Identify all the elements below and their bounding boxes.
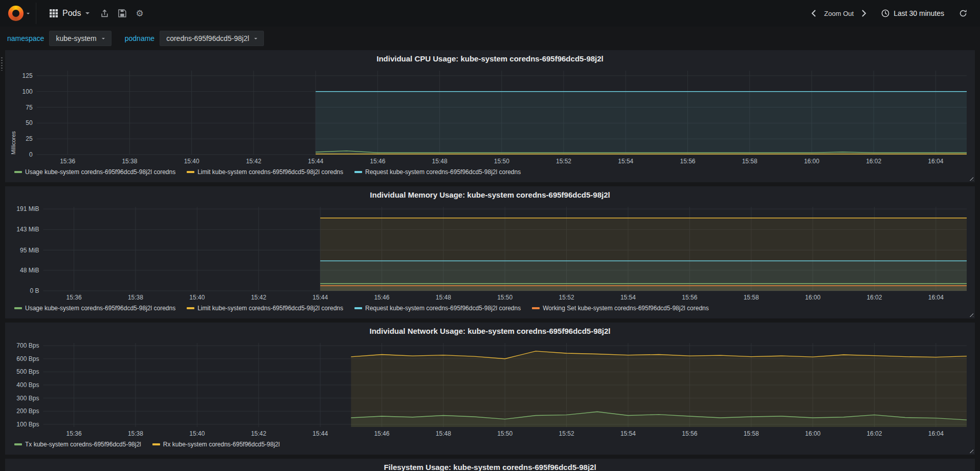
svg-text:15:44: 15:44: [313, 294, 328, 301]
panel-title[interactable]: Filesystem Usage: kube-system coredns-69…: [5, 459, 975, 471]
save-icon: [118, 9, 126, 17]
panel-title[interactable]: Individual Memory Usage: kube-system cor…: [5, 186, 975, 203]
svg-text:15:44: 15:44: [313, 430, 328, 437]
svg-text:15:52: 15:52: [559, 294, 574, 301]
share-icon: [100, 9, 109, 18]
svg-text:15:58: 15:58: [744, 430, 759, 437]
legend-label: Usage kube-system coredns-695f96dcd5-98j…: [25, 168, 175, 176]
legend-swatch: [14, 307, 22, 309]
svg-text:15:52: 15:52: [556, 158, 571, 165]
svg-text:15:48: 15:48: [436, 294, 451, 301]
variable-podname-dropdown[interactable]: coredns-695f96dcd5-98j2l: [160, 31, 264, 46]
svg-text:50: 50: [26, 119, 33, 126]
svg-text:15:44: 15:44: [308, 158, 323, 165]
legend-item[interactable]: Tx kube-system coredns-695f96dcd5-98j2l: [14, 441, 141, 448]
svg-text:16:00: 16:00: [804, 158, 819, 165]
svg-text:0: 0: [29, 151, 33, 158]
chevron-right-icon: [861, 10, 866, 17]
memory-usage-chart[interactable]: 0 B48 MiB95 MiB143 MiB191 MiB15:3615:381…: [8, 203, 972, 303]
svg-text:15:40: 15:40: [189, 430, 205, 437]
legend-label: Limit kube-system coredns-695f96dcd5-98j…: [197, 305, 343, 312]
panel-resize-handle[interactable]: [968, 311, 973, 317]
svg-text:200 Bps: 200 Bps: [16, 408, 39, 415]
svg-text:16:02: 16:02: [866, 430, 882, 437]
legend-swatch: [14, 443, 22, 445]
legend-label: Limit kube-system coredns-695f96dcd5-98j…: [197, 168, 343, 176]
time-range-button[interactable]: Last 30 minutes: [876, 6, 949, 20]
panel-resize-handle[interactable]: [968, 447, 973, 453]
variable-namespace: namespace kube-system: [7, 31, 112, 46]
svg-text:15:38: 15:38: [128, 294, 143, 301]
svg-text:15:46: 15:46: [374, 430, 389, 437]
svg-text:100 Bps: 100 Bps: [16, 421, 39, 428]
dashboard-grid-icon: [50, 9, 58, 17]
svg-text:15:40: 15:40: [189, 294, 205, 301]
svg-text:0 B: 0 B: [30, 287, 39, 294]
legend-swatch: [354, 307, 362, 309]
legend-item[interactable]: Usage kube-system coredns-695f96dcd5-98j…: [14, 168, 175, 176]
row-drag-handle[interactable]: [1, 57, 3, 71]
svg-text:15:56: 15:56: [682, 430, 697, 437]
svg-text:100: 100: [23, 88, 33, 95]
variable-namespace-dropdown[interactable]: kube-system: [49, 31, 111, 46]
grafana-logo-icon: [8, 6, 24, 21]
time-forward-button[interactable]: [857, 6, 871, 21]
network-usage-chart[interactable]: 100 Bps200 Bps300 Bps400 Bps500 Bps600 B…: [8, 339, 972, 439]
clock-icon: [881, 9, 889, 17]
memory-chart-wrap: 0 B48 MiB95 MiB143 MiB191 MiB15:3615:381…: [8, 203, 972, 303]
panel-filesystem-usage: Filesystem Usage: kube-system coredns-69…: [5, 459, 975, 471]
chevron-down-icon: [85, 12, 90, 14]
legend-item[interactable]: Limit kube-system coredns-695f96dcd5-98j…: [187, 305, 343, 312]
panel-cpu-usage: Individual CPU Usage: kube-system coredn…: [5, 50, 975, 182]
panel-title[interactable]: Individual CPU Usage: kube-system coredn…: [5, 50, 975, 67]
svg-text:16:00: 16:00: [805, 294, 820, 301]
dashboard-picker[interactable]: Pods: [43, 5, 96, 22]
panel-title[interactable]: Individual Network Usage: kube-system co…: [5, 323, 975, 339]
svg-text:15:50: 15:50: [494, 158, 509, 165]
legend-item[interactable]: Request kube-system coredns-695f96dcd5-9…: [354, 168, 521, 176]
panel-resize-handle[interactable]: [968, 175, 973, 181]
legend-swatch: [14, 171, 22, 173]
svg-text:16:04: 16:04: [928, 430, 944, 437]
svg-text:15:58: 15:58: [742, 158, 758, 165]
svg-text:500 Bps: 500 Bps: [16, 368, 39, 375]
svg-text:15:36: 15:36: [66, 430, 82, 437]
svg-text:15:42: 15:42: [251, 294, 266, 301]
svg-text:15:54: 15:54: [620, 430, 636, 437]
zoom-out-button[interactable]: Zoom Out: [821, 7, 857, 20]
variable-namespace-value: kube-system: [56, 34, 96, 42]
network-chart-wrap: 100 Bps200 Bps300 Bps400 Bps500 Bps600 B…: [8, 339, 972, 439]
variable-namespace-label[interactable]: namespace: [7, 34, 44, 42]
legend-item[interactable]: Usage kube-system coredns-695f96dcd5-98j…: [14, 305, 175, 312]
legend-item[interactable]: Rx kube-system coredns-695f96dcd5-98j2l: [152, 441, 280, 448]
chevron-left-icon: [811, 10, 816, 17]
settings-button[interactable]: ⚙: [131, 5, 148, 22]
legend-swatch: [354, 171, 362, 173]
share-button[interactable]: [96, 5, 114, 22]
save-button[interactable]: [114, 5, 131, 22]
svg-text:15:48: 15:48: [432, 158, 448, 165]
dashboard-body: Individual CPU Usage: kube-system coredn…: [0, 50, 980, 471]
svg-text:16:04: 16:04: [928, 158, 943, 165]
grafana-menu-button[interactable]: [5, 3, 36, 24]
svg-text:15:56: 15:56: [682, 294, 697, 301]
refresh-button[interactable]: [954, 5, 972, 22]
svg-text:600 Bps: 600 Bps: [16, 355, 39, 362]
legend-swatch: [152, 443, 160, 445]
panel-memory-usage: Individual Memory Usage: kube-system cor…: [5, 186, 975, 318]
panel-network-usage: Individual Network Usage: kube-system co…: [5, 323, 975, 455]
legend-label: Usage kube-system coredns-695f96dcd5-98j…: [25, 305, 175, 312]
svg-text:143 MiB: 143 MiB: [16, 226, 39, 233]
legend-item[interactable]: Limit kube-system coredns-695f96dcd5-98j…: [187, 168, 343, 176]
svg-text:15:46: 15:46: [370, 158, 385, 165]
variable-podname-label[interactable]: podname: [125, 34, 154, 42]
svg-text:125: 125: [23, 72, 33, 79]
svg-text:300 Bps: 300 Bps: [16, 395, 39, 402]
legend-item[interactable]: Request kube-system coredns-695f96dcd5-9…: [354, 305, 521, 312]
cpu-usage-chart[interactable]: 025507510012515:3615:3815:4015:4215:4415…: [8, 67, 972, 167]
chart-legend: Usage kube-system coredns-695f96dcd5-98j…: [5, 303, 975, 312]
svg-text:400 Bps: 400 Bps: [16, 381, 39, 389]
refresh-icon: [959, 9, 967, 17]
legend-item[interactable]: Working Set kube-system coredns-695f96dc…: [532, 305, 709, 312]
time-back-button[interactable]: [807, 6, 821, 21]
